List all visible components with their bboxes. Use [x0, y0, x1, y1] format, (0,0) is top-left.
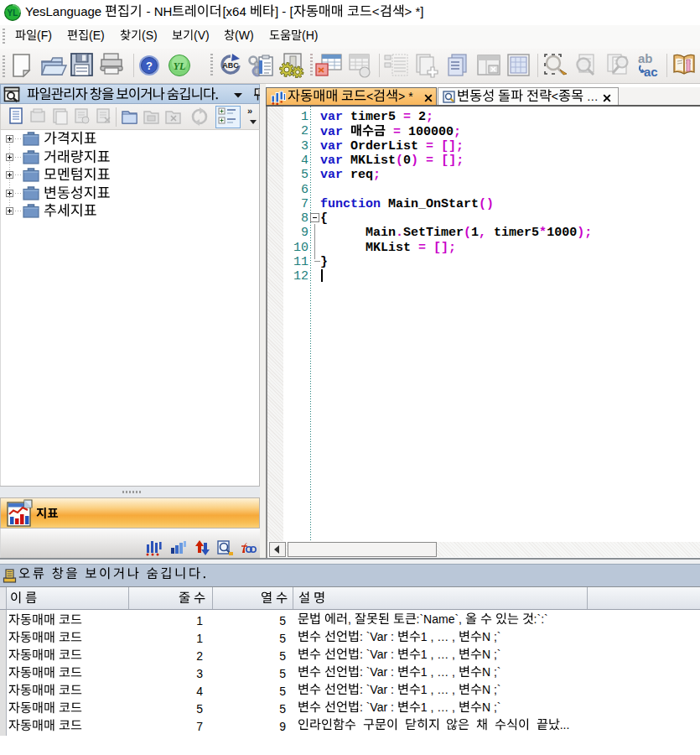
svg-text:YL: YL — [8, 8, 18, 18]
svg-text:ac: ac — [644, 65, 658, 79]
svg-text:YL: YL — [174, 60, 186, 72]
svg-text:ab: ab — [638, 52, 653, 65]
svg-text:?: ? — [146, 60, 153, 72]
svg-text:ABC: ABC — [222, 61, 239, 70]
